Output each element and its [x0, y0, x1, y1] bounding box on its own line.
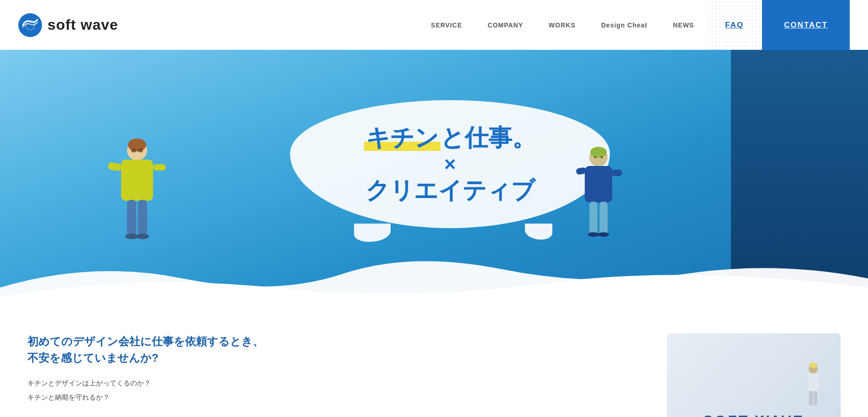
bubble-line1: キチンと仕事。 — [364, 123, 536, 152]
svg-point-23 — [598, 232, 609, 237]
svg-rect-29 — [809, 391, 813, 406]
svg-rect-4 — [121, 160, 153, 201]
svg-point-0 — [18, 13, 42, 37]
logo-text: soft wave — [48, 16, 118, 33]
svg-point-9 — [125, 234, 138, 239]
svg-point-3 — [128, 139, 146, 151]
content-list: キチンとデザインは上がってくるのか？ キチンと納期を守れるか？ — [27, 379, 630, 402]
svg-point-25 — [601, 156, 603, 158]
svg-rect-7 — [107, 162, 122, 171]
content-right: SOFT WAVE — [649, 333, 841, 417]
bubble-highlight: キチン — [364, 124, 440, 151]
nav-design-cheat[interactable]: Design Cheat — [588, 21, 660, 29]
nav-company[interactable]: COMPANY — [475, 21, 536, 29]
svg-point-16 — [590, 147, 607, 158]
nav-news[interactable]: NEWS — [660, 21, 707, 29]
content-heading-line1: 初めてのデザイン会社に仕事を依頼するとき、 — [27, 333, 630, 350]
svg-rect-28 — [808, 374, 819, 392]
bubble-line2: クリエイティブ — [365, 176, 535, 204]
content-heading: 初めてのデザイン会社に仕事を依頼するとき、 不安を感じていませんか? — [27, 333, 630, 366]
svg-rect-18 — [589, 202, 598, 235]
content-heading-line2: 不安を感じていませんか? — [27, 350, 630, 366]
figure-right — [566, 132, 630, 269]
main-nav: SERVICE COMPANY WORKS Design Cheat NEWS … — [418, 0, 850, 50]
svg-point-24 — [594, 156, 596, 158]
content-section: 初めてのデザイン会社に仕事を依頼するとき、 不安を感じていませんか? キチンとデ… — [0, 306, 868, 417]
svg-point-22 — [588, 232, 599, 237]
svg-rect-30 — [814, 391, 817, 406]
hero-section: キチンと仕事。 × クリエイティブ — [0, 50, 868, 306]
nav-faq[interactable]: FAQ — [707, 21, 762, 30]
softwave-card: SOFT WAVE — [667, 333, 841, 417]
svg-point-12 — [140, 150, 142, 151]
nav-works[interactable]: WORKS — [536, 21, 588, 29]
nav-service[interactable]: SERVICE — [418, 21, 475, 29]
list-item: キチンと納期を守れるか？ — [27, 393, 630, 402]
svg-rect-6 — [138, 200, 147, 236]
card-figure — [799, 361, 827, 416]
svg-point-10 — [136, 234, 149, 239]
content-left: 初めてのデザイン会社に仕事を依頼するとき、 不安を感じていませんか? キチンとデ… — [27, 333, 630, 417]
nav-contact[interactable]: CONTACT — [762, 0, 850, 50]
svg-rect-5 — [127, 200, 136, 236]
bubble-times: × — [444, 152, 456, 176]
svg-point-27 — [809, 363, 817, 368]
logo-icon — [18, 13, 42, 37]
svg-rect-8 — [153, 164, 166, 171]
svg-point-11 — [132, 150, 134, 151]
svg-rect-19 — [599, 202, 608, 235]
figure-left — [101, 123, 174, 269]
faq-container: FAQ — [707, 0, 762, 50]
svg-rect-17 — [585, 166, 612, 203]
softwave-card-label: SOFT WAVE — [703, 412, 804, 417]
header: soft wave SERVICE COMPANY WORKS Design C… — [0, 0, 868, 50]
list-item: キチンとデザインは上がってくるのか？ — [27, 379, 630, 388]
logo-link[interactable]: soft wave — [18, 13, 118, 37]
svg-rect-21 — [611, 170, 622, 176]
